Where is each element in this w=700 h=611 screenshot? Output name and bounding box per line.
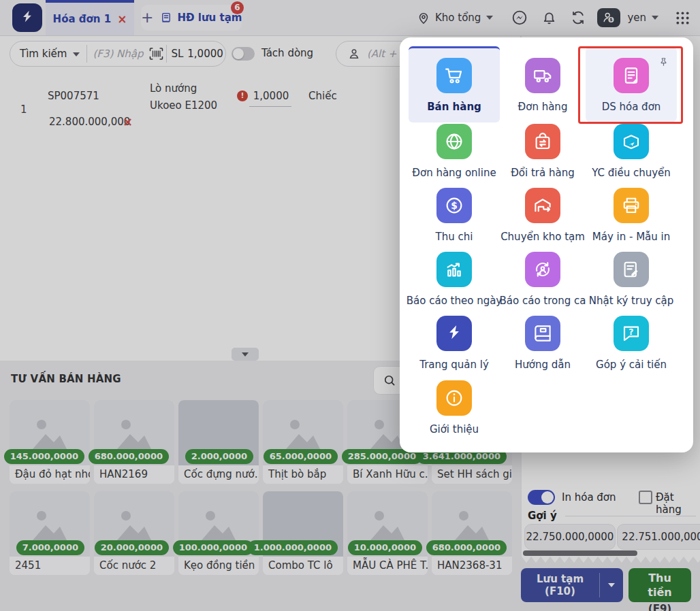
- globe-icon: [436, 124, 472, 159]
- info-icon: [436, 380, 472, 416]
- cart-icon: [436, 58, 472, 93]
- pos-app: Hóa đơn 1 × + HĐ lưu tạm 6 Kho tổng $: [0, 0, 700, 611]
- menu-item-label: Hướng dẫn: [515, 359, 571, 371]
- menu-item-feedback[interactable]: ?Góp ý cải tiến: [586, 304, 677, 380]
- chart-icon: [436, 252, 472, 287]
- log-icon: [614, 252, 649, 287]
- book-icon: [525, 316, 560, 351]
- feedback-icon: ?: [614, 316, 649, 351]
- svg-text:?: ?: [629, 327, 633, 337]
- highlight-box: [578, 46, 683, 124]
- transfer-icon: [614, 124, 649, 159]
- sapo-icon: [436, 316, 472, 351]
- svg-text:$: $: [451, 200, 458, 211]
- menu-item-label: Bán hàng: [427, 101, 481, 113]
- apps-menu-popup: Bán hàngĐơn hàngDS hóa đơnĐơn hàng onlin…: [400, 37, 693, 452]
- return-icon: [525, 124, 560, 159]
- menu-item-label: Giới thiệu: [430, 423, 479, 435]
- menu-item-label: Đơn hàng: [518, 101, 568, 113]
- shift-icon: [525, 252, 560, 287]
- warehouse-icon: [525, 188, 560, 223]
- money-icon: $: [436, 188, 472, 223]
- printer-icon: [614, 188, 649, 223]
- menu-item-truck[interactable]: Đơn hàng: [497, 46, 588, 122]
- menu-item-label: Góp ý cải tiến: [596, 359, 667, 371]
- menu-item-book[interactable]: Hướng dẫn: [497, 304, 588, 380]
- menu-item-info[interactable]: Giới thiệu: [409, 369, 500, 445]
- truck-icon: [525, 58, 560, 93]
- menu-item-cart[interactable]: Bán hàng: [409, 46, 500, 122]
